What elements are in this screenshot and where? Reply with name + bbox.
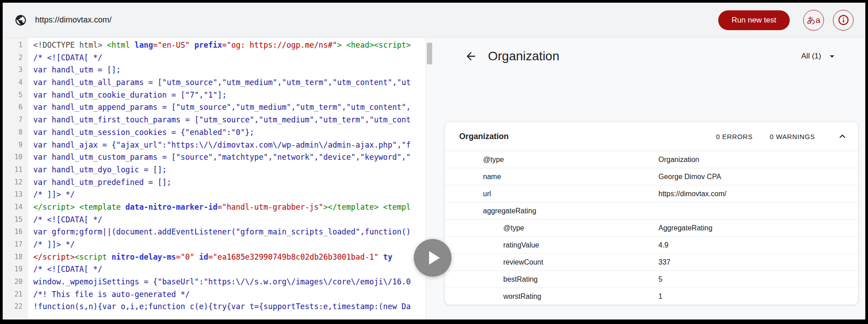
row-value: https://dimovtax.com/ <box>658 190 858 198</box>
row-key: url <box>445 190 658 198</box>
row-key: ratingValue <box>445 241 658 249</box>
row-key: reviewCount <box>445 258 658 266</box>
code-line: /* <![CDATA[ */ <box>33 263 433 276</box>
line-number: 13 <box>3 189 28 201</box>
info-icon <box>837 14 850 26</box>
line-number: 15 <box>3 214 28 226</box>
code-token: var handl_utm = []; <box>33 65 121 74</box>
code-line: var handl_utm_dyo_logic = []; <box>33 164 433 176</box>
results-panel-header: Organization All (1) <box>465 45 837 68</box>
code-token: /*! This file is auto-generated */ <box>33 290 190 299</box>
line-number: 19 <box>3 263 28 276</box>
code-token: var handl_utm_append_params = ["utm_sour… <box>33 103 411 112</box>
chevron-down-icon <box>827 51 837 62</box>
code-token: data-nitro-marker-id <box>121 202 217 212</box>
code-token: /* <![CDATA[ */ <box>33 215 103 224</box>
row-value: 4.9 <box>658 241 858 249</box>
code-line: !function(s,n){var o,i,e;function c(e){t… <box>33 301 433 313</box>
arrow-back-icon <box>465 50 477 63</box>
code-token: var handl_utm_custom_params = ["source",… <box>33 153 411 162</box>
code-line: var handl_utm_predefined = []; <box>33 176 433 189</box>
table-row: worstRating1 <box>445 288 858 305</box>
code-token: lang <box>130 40 153 50</box>
language-button[interactable]: あa <box>803 10 824 31</box>
line-number: 14 <box>3 201 28 214</box>
code-line: var gform;gform||(document.addEventListe… <box>33 226 433 238</box>
table-row: bestRating5 <box>445 271 858 288</box>
line-number: 18 <box>3 251 28 264</box>
code-line: </script><script nitro-delay-ms="0" id="… <box>33 251 433 264</box>
code-line: /* <![CDATA[ */ <box>33 214 433 226</box>
code-token: ty <box>379 252 393 261</box>
line-number: 22 <box>3 301 28 313</box>
code-token: var handl_utm_session_cookies = {"enable… <box>33 128 254 137</box>
code-token: ="og: https://ogp.me/ns#" <box>222 40 337 50</box>
code-token: ="handl-utm-grabber-js" <box>217 202 323 212</box>
code-token: var handl_utm_dyo_logic = []; <box>33 165 167 174</box>
table-row: urlhttps://dimovtax.com/ <box>445 185 858 202</box>
code-line: </script> <template data-nitro-marker-id… <box>33 201 433 214</box>
status-group: 0 ERRORS 0 WARNINGS <box>716 133 815 140</box>
row-value: Organization <box>658 156 858 164</box>
code-line: var handl_utm_all_params = ["utm_source"… <box>33 76 433 89</box>
source-code-panel: 12345678910111213141516171819202122 <!DO… <box>3 38 433 320</box>
line-number: 2 <box>3 52 28 64</box>
line-number: 5 <box>3 89 28 102</box>
globe-icon <box>14 14 27 27</box>
table-row: aggregateRating <box>445 202 858 220</box>
code-token: var handl_utm_first_touch_params = ["utm… <box>33 115 411 124</box>
code-token: <html <box>107 40 130 50</box>
table-row: reviewCount337 <box>445 254 858 271</box>
warnings-count: 0 WARNINGS <box>770 133 815 140</box>
code-line: /* <![CDATA[ */ <box>33 52 433 64</box>
top-bar: https://dimovtax.com/ Run new test あa <box>3 3 865 38</box>
row-key: @type <box>445 224 658 232</box>
errors-count: 0 ERRORS <box>716 133 753 140</box>
code-line: var handl_utm_first_touch_params = ["utm… <box>33 114 433 126</box>
play-button[interactable] <box>414 239 452 277</box>
results-filter-dropdown[interactable]: All (1) <box>801 51 837 62</box>
code-token: ="ea1685e32990749b8c02db26b3001bad-1" <box>208 252 379 261</box>
code-token: !function(s,n){var o,i,e;function c(e){t… <box>33 302 411 311</box>
code-scrollbar[interactable] <box>425 38 433 320</box>
row-value: 337 <box>658 258 858 266</box>
back-button[interactable] <box>465 50 477 63</box>
run-new-test-button[interactable]: Run new test <box>718 10 790 30</box>
row-value: 1 <box>658 292 858 301</box>
screenshot-frame: https://dimovtax.com/ Run new test あa 12… <box>0 0 868 324</box>
code-line: var handl_utm_cookie_duration = ["7","1"… <box>33 89 433 102</box>
line-number: 3 <box>3 64 28 76</box>
filter-label: All (1) <box>801 52 821 61</box>
code-token: <!DOCTYPE html> <box>33 40 107 50</box>
code-scrollbar-thumb[interactable] <box>427 43 432 64</box>
language-icon: あa <box>807 14 820 26</box>
code-line: <!DOCTYPE html> <html lang="en-US" prefi… <box>33 39 433 52</box>
line-number: 6 <box>3 101 28 114</box>
row-value: 5 <box>658 275 858 284</box>
code-token: prefix <box>190 40 222 50</box>
line-number: 7 <box>3 114 28 126</box>
row-key: aggregateRating <box>445 207 658 215</box>
play-icon <box>429 251 440 265</box>
row-value: AggregateRating <box>658 224 858 232</box>
line-number-gutter: 12345678910111213141516171819202122 <box>3 38 28 320</box>
line-number: 10 <box>3 151 28 164</box>
code-token: id <box>194 252 208 261</box>
row-key: name <box>445 173 658 181</box>
main-content: 12345678910111213141516171819202122 <!DO… <box>3 38 865 320</box>
panel-title: Organization <box>488 49 559 63</box>
code-line: /* ]]> */ <box>33 238 433 251</box>
row-value: George Dimov CPA <box>658 173 858 181</box>
code-token: var handl_ajax = {"ajax_url":"https:\/\/… <box>33 140 411 149</box>
code-line: var handl_ajax = {"ajax_url":"https:\/\/… <box>33 139 433 152</box>
rich-results-test-app: https://dimovtax.com/ Run new test あa 12… <box>3 3 865 320</box>
row-key: bestRating <box>445 275 658 284</box>
info-button[interactable] <box>833 10 854 31</box>
code-token: ="en-US" <box>153 40 190 50</box>
code-token: nitro-delay-ms <box>107 252 176 261</box>
code-line: var handl_utm_custom_params = ["source",… <box>33 151 433 164</box>
row-key: @type <box>445 156 658 164</box>
code-token: var handl_utm_cookie_duration = ["7","1"… <box>33 90 227 99</box>
code-token: ></template> <templ <box>323 202 411 212</box>
collapse-button[interactable] <box>837 130 848 142</box>
